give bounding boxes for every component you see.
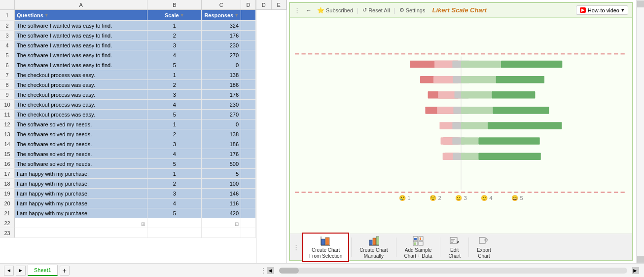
cell-question: The software I wanted was easy to find. [15,31,147,40]
cell-scale: 4 [147,149,202,158]
table-row[interactable]: 9 The checkout process was easy. 3 176 [0,90,256,100]
edit-chart-button[interactable]: EditChart [442,234,466,261]
sheet-tab-sheet1[interactable]: Sheet1 [28,265,58,276]
settings-button[interactable]: ⚙ Settings [399,7,426,13]
scroll-down[interactable] [637,256,644,263]
how-to-button[interactable]: ▶ How-to video ▾ [576,5,628,15]
create-from-selection-button[interactable]: Create ChartFrom Selection [302,233,349,262]
add-sheet-button[interactable]: + [60,266,70,276]
table-row[interactable]: 21 I am happy with my purchase. 5 420 [0,208,256,218]
table-row[interactable]: 5 The software I wanted was easy to find… [0,50,256,60]
row-num: 11 [0,110,15,119]
scroll-dots[interactable]: ⋮ [260,267,266,274]
table-row[interactable]: 16 The software solved my needs. 5 500 [0,159,256,169]
emoji-4: 🙂 4 [481,195,493,201]
create-manually-label: Create ChartManually [359,247,388,259]
vertical-scrollbar[interactable] [636,0,644,263]
col-headers: A B C D [0,0,256,10]
svg-rect-21 [479,237,485,243]
cell-d [241,119,256,129]
table-row[interactable]: 19 I am happy with my purchase. 3 146 [0,189,256,198]
table-row[interactable]: 3 The software I wanted was easy to find… [0,31,256,40]
row-num: 22 [0,218,15,228]
cell-question: The software solved my needs. [15,129,147,139]
bar-q5-s4 [461,122,488,129]
subscribed-button[interactable]: ⭐ Subscribed [317,7,353,14]
cell-d [241,110,256,119]
cell-d [241,90,256,99]
table-row[interactable]: 6 The software I wanted was easy to find… [0,60,256,70]
header-row[interactable]: 1 Questions ▼ Scale ▼ Responses ▼ [0,10,256,21]
table-row[interactable]: 10 The checkout process was easy. 4 230 [0,100,256,110]
table-row[interactable]: 13 The software solved my needs. 2 138 [0,129,256,139]
cell-d [241,50,256,60]
cell-d [241,208,256,218]
h-scroll-thumb[interactable] [279,268,299,274]
create-manually-button[interactable]: Create ChartManually [354,234,394,261]
filter-icon-b[interactable]: ▼ [180,13,184,18]
toolbar-handle[interactable]: ⋮ [294,6,300,14]
sheet-nav-prev[interactable]: ◄ [4,266,14,276]
cell-question: The software I wanted was easy to find. [15,21,147,30]
sheet-nav-next[interactable]: ► [16,266,26,276]
bar-q6-s5 [478,137,539,145]
youtube-icon: ▶ [580,7,586,13]
separator1: | [357,7,358,14]
cell-response: 270 [202,110,241,119]
cell-response: 0 [202,60,241,70]
cell-d [241,218,256,228]
action-handle[interactable]: ⋮ [293,243,299,251]
svg-rect-15 [414,242,416,245]
cell-scale: 3 [147,189,202,198]
cell-question: The software I wanted was easy to find. [15,60,147,70]
h-scroll-track[interactable] [279,268,627,274]
scroll-track[interactable] [637,8,644,255]
cell-response: 5 [202,169,241,178]
scroll-left[interactable]: ◄ [267,267,274,274]
cell-d [241,100,256,109]
reset-button[interactable]: ↺ Reset All [362,7,390,13]
sample-chart-button[interactable]: Add SampleChart + Data [398,234,438,261]
cell-d [241,149,256,158]
table-row[interactable]: 8 The checkout process was easy. 2 186 [0,80,256,90]
table-row[interactable]: 18 I am happy with my purchase. 2 100 [0,179,256,189]
horizontal-scroll-area: ⋮ ◄ ► [256,267,644,274]
cell-response: 230 [202,100,241,109]
row-num: 6 [0,60,15,70]
cell-response: 146 [202,189,241,198]
cell-empty: ⊞ [15,218,147,228]
cell-response: 186 [202,80,241,89]
cell-response: 176 [202,90,241,99]
scroll-right[interactable]: ► [632,267,639,274]
table-row[interactable]: 20 I am happy with my purchase. 4 116 [0,198,256,208]
bar-q6-s4 [461,137,478,145]
export-chart-button[interactable]: ExportChart [471,234,497,261]
row-num: 12 [0,119,15,129]
svg-rect-5 [369,240,372,245]
svg-rect-13 [414,238,417,240]
cell-question: The software solved my needs. [15,149,147,158]
svg-rect-14 [420,237,421,240]
settings-label: Settings [406,7,426,13]
table-row[interactable]: 17 I am happy with my purchase. 1 5 [0,169,256,179]
cell-response: 500 [202,159,241,168]
export-chart-label: ExportChart [477,247,491,259]
table-row[interactable]: 15 The software solved my needs. 4 176 [0,149,256,159]
table-row[interactable]: 14 The software solved my needs. 3 186 [0,139,256,149]
header-cell-responses: Responses ▼ [202,10,241,20]
bar-q3-s4 [461,91,492,99]
header-cell-scale: Scale ▼ [147,10,202,20]
filter-icon-c[interactable]: ▼ [234,13,239,18]
table-row[interactable]: 4 The software I wanted was easy to find… [0,40,256,50]
filter-icon-a[interactable]: ▼ [44,13,49,18]
back-button[interactable]: ← [304,6,313,14]
table-row[interactable]: 2 The software I wanted was easy to find… [0,21,256,31]
scroll-up[interactable] [637,0,644,7]
data-area: 1 Questions ▼ Scale ▼ Responses ▼ [0,10,256,263]
table-row[interactable]: 12 The software solved my needs. 1 0 [0,119,256,129]
table-row[interactable]: 11 The checkout process was easy. 5 270 [0,110,256,119]
cell-question: I am happy with my purchase. [15,208,147,218]
cell-response: 176 [202,31,241,40]
cell-scale: 2 [147,80,202,89]
table-row[interactable]: 7 The checkout process was easy. 1 138 [0,70,256,80]
